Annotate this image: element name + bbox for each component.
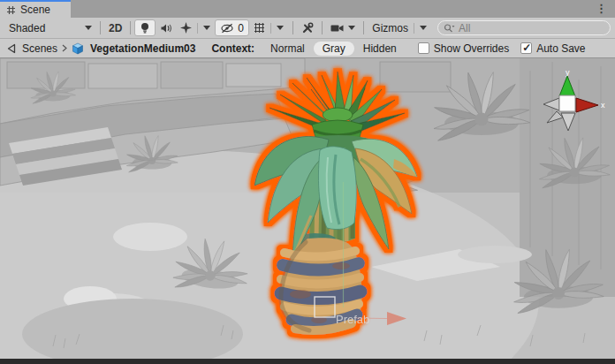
scene-viewport[interactable]: Prefab y x [0, 58, 615, 359]
breadcrumb-current-prefab[interactable]: VegetationMedium03 [90, 42, 195, 55]
toolbar-separator [363, 21, 364, 34]
auto-save-group: Auto Save [520, 42, 585, 55]
auto-save-label: Auto Save [536, 42, 585, 55]
toggle-2d-label: 2D [109, 22, 122, 34]
draw-mode-label: Shaded [9, 22, 45, 34]
window-menu-icon[interactable]: ⋮ [596, 1, 607, 16]
gizmos-label: Gizmos [372, 22, 408, 34]
show-overrides-label: Show Overrides [434, 42, 509, 55]
draw-mode-dropdown[interactable]: Shaded [4, 19, 96, 36]
toolbar-separator [130, 21, 131, 34]
component-tools-button[interactable] [297, 19, 318, 36]
tools-wrench-icon [301, 22, 314, 34]
button-divider [270, 23, 271, 34]
effects-star-icon [180, 22, 192, 34]
button-divider [414, 23, 414, 34]
show-overrides-checkbox[interactable] [418, 42, 429, 54]
auto-save-checkbox[interactable] [520, 42, 532, 54]
tab-label: Scene [20, 4, 50, 16]
breadcrumb-root[interactable]: Scenes [22, 42, 57, 55]
lightbulb-icon [140, 22, 150, 34]
toolbar-separator [100, 21, 101, 34]
scene-canvas: Prefab y x [0, 58, 615, 359]
context-option-normal[interactable]: Normal [262, 42, 314, 56]
scene-toolbar: Shaded 2D [0, 18, 615, 39]
toolbar-separator [292, 21, 293, 34]
window-bottom-border [0, 359, 615, 364]
back-arrow-icon[interactable] [6, 43, 18, 54]
chevron-down-icon [203, 26, 210, 30]
speaker-icon [160, 23, 171, 34]
grid-icon [254, 22, 265, 34]
toolbar-separator [322, 21, 323, 34]
context-option-hidden[interactable]: Hidden [354, 42, 406, 56]
button-divider [197, 23, 198, 34]
scene-view-window: Scene ⋮ Shaded 2D [0, 0, 615, 364]
chevron-down-icon [277, 26, 284, 30]
eye-slash-icon [220, 23, 234, 34]
scene-camera-dropdown[interactable] [326, 19, 360, 36]
axis-x-label: x [601, 101, 605, 110]
effects-dropdown[interactable] [176, 19, 215, 36]
grid-visibility-dropdown[interactable] [249, 19, 288, 36]
show-overrides-group: Show Overrides [418, 42, 509, 55]
scene-lighting-toggle[interactable] [134, 19, 156, 36]
gizmo-center-cube[interactable] [559, 95, 575, 111]
context-label: Context: [211, 42, 254, 55]
chevron-down-icon [348, 26, 355, 30]
tab-scene[interactable]: Scene [0, 0, 71, 18]
tab-strip: Scene ⋮ [0, 0, 615, 18]
scene-visibility-toggle[interactable]: 0 [215, 19, 249, 36]
toggle-2d-button[interactable]: 2D [104, 19, 126, 36]
context-option-gray[interactable]: Gray [314, 42, 354, 56]
prefab-cube-icon [72, 42, 84, 55]
toolbar-right-group: Gizmos All [289, 19, 611, 36]
prefab-badge: Prefab [336, 313, 369, 326]
breadcrumb: Scenes VegetationMedium03 [6, 42, 195, 55]
search-icon [444, 23, 455, 34]
chevron-down-icon [85, 26, 92, 30]
prefab-breadcrumb-bar: Scenes VegetationMedium03 Context: Norma… [0, 39, 615, 58]
search-input[interactable]: All [437, 20, 611, 35]
chevron-down-icon [420, 26, 427, 30]
audio-toggle[interactable] [156, 19, 176, 36]
breadcrumb-chevron-icon [62, 44, 67, 52]
search-value: All [459, 22, 470, 34]
camera-icon [330, 24, 345, 33]
grid-tab-icon [6, 5, 16, 15]
gizmos-dropdown[interactable]: Gizmos [368, 19, 431, 36]
hidden-count: 0 [238, 22, 244, 34]
axis-y-label: y [566, 68, 570, 77]
